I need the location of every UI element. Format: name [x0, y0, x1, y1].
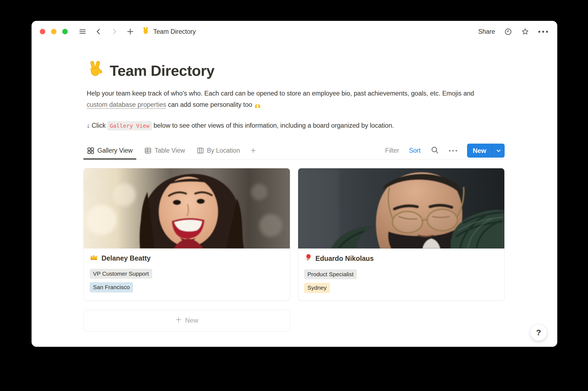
favorite-star-icon[interactable] — [521, 28, 529, 35]
tip-text-2: below to see other views of this informa… — [154, 122, 394, 129]
role-tag: VP Customer Support — [90, 269, 152, 279]
app-window: Team Directory Share — [32, 21, 557, 347]
new-tab-icon[interactable] — [126, 28, 134, 35]
card-name-text: Delaney Beatty — [101, 254, 151, 262]
gallery-view-code: Gallery View — [107, 121, 152, 130]
more-icon[interactable] — [538, 31, 548, 33]
victory-hand-icon — [87, 60, 104, 81]
new-card-label: New — [185, 317, 198, 324]
search-icon[interactable] — [431, 146, 439, 155]
menu-icon[interactable] — [79, 28, 86, 35]
share-button[interactable]: Share — [478, 28, 495, 35]
titlebar-title-text: Team Directory — [153, 28, 196, 35]
table-view-icon — [144, 147, 152, 154]
plus-icon — [175, 316, 182, 325]
view-toolbar: Gallery View Table View By Location + — [83, 142, 505, 160]
tab-by-location[interactable]: By Location — [193, 142, 244, 159]
forward-icon[interactable] — [111, 28, 118, 35]
card-title: Eduardo Nikolaus — [304, 254, 498, 263]
chevron-down-icon[interactable] — [492, 144, 505, 158]
titlebar-page-title: Team Directory — [142, 27, 196, 36]
card-delaney-beatty[interactable]: Delaney Beatty VP Customer Support San F… — [83, 168, 290, 301]
card-name-text: Eduardo Nikolaus — [315, 255, 374, 262]
toolbar-actions: Filter Sort New — [385, 144, 505, 158]
location-row: San Francisco — [90, 279, 284, 292]
role-row: VP Customer Support — [90, 262, 284, 279]
raising-hands-icon — [254, 101, 261, 108]
down-arrow-icon: ↓ — [87, 122, 90, 129]
more-icon[interactable] — [449, 150, 457, 152]
new-card-button[interactable]: New — [83, 310, 290, 331]
question-mark-icon: ? — [536, 328, 541, 337]
add-view-button[interactable]: + — [248, 146, 259, 156]
card-title: Delaney Beatty — [90, 254, 284, 262]
location-tag: Sydney — [304, 283, 330, 293]
tip-line: ↓ ClickGallery Viewbelow to see other vi… — [83, 122, 505, 129]
crown-icon — [90, 254, 98, 262]
description-text: Help your team keep track of who's who. … — [87, 90, 474, 97]
gallery-view-icon — [87, 147, 94, 154]
back-icon[interactable] — [95, 28, 102, 35]
photo-delaney-beatty — [84, 168, 290, 248]
custom-database-properties-link[interactable]: custom database properties — [87, 101, 166, 108]
gallery-cards: Delaney Beatty VP Customer Support San F… — [83, 168, 505, 301]
card-eduardo-nikolaus[interactable]: Eduardo Nikolaus Product Specialist Sydn… — [298, 168, 505, 301]
tip-text: Click — [92, 122, 106, 129]
photo-eduardo-nikolaus — [298, 168, 504, 248]
card-body: Eduardo Nikolaus Product Specialist Sydn… — [298, 248, 504, 300]
tab-label: Table View — [155, 147, 185, 154]
titlebar: Team Directory Share — [32, 21, 557, 42]
tab-gallery-view[interactable]: Gallery View — [83, 142, 136, 159]
clock-icon[interactable] — [504, 28, 512, 35]
role-row: Product Specialist — [304, 263, 498, 279]
view-tabs: Gallery View Table View By Location + — [83, 142, 258, 159]
location-row: Sydney — [304, 279, 498, 293]
zoom-window-button[interactable] — [62, 29, 68, 34]
new-button[interactable]: New — [467, 144, 505, 158]
board-view-icon — [197, 147, 204, 154]
card-body: Delaney Beatty VP Customer Support San F… — [84, 248, 290, 300]
page-title: Team Directory — [83, 60, 505, 81]
location-tag: San Francisco — [90, 282, 133, 292]
tab-table-view[interactable]: Table View — [141, 142, 189, 159]
window-controls — [40, 29, 68, 34]
role-tag: Product Specialist — [304, 269, 357, 279]
victory-hand-icon — [142, 27, 149, 36]
page-description: Help your team keep track of who's who. … — [83, 88, 489, 110]
description-text-2: can add some personality too — [166, 101, 254, 108]
nav-controls — [79, 28, 134, 35]
titlebar-actions: Share — [478, 28, 548, 35]
new-button-label[interactable]: New — [467, 144, 492, 158]
close-window-button[interactable] — [40, 29, 45, 34]
ping-pong-icon — [304, 254, 312, 263]
filter-button[interactable]: Filter — [385, 147, 399, 154]
minimize-window-button[interactable] — [51, 29, 56, 34]
tab-label: By Location — [207, 147, 240, 154]
tab-label: Gallery View — [97, 147, 133, 154]
page-title-text: Team Directory — [110, 62, 214, 79]
help-button[interactable]: ? — [530, 324, 547, 341]
page-content: Team Directory Help your team keep track… — [83, 60, 505, 331]
sort-button[interactable]: Sort — [409, 147, 420, 154]
